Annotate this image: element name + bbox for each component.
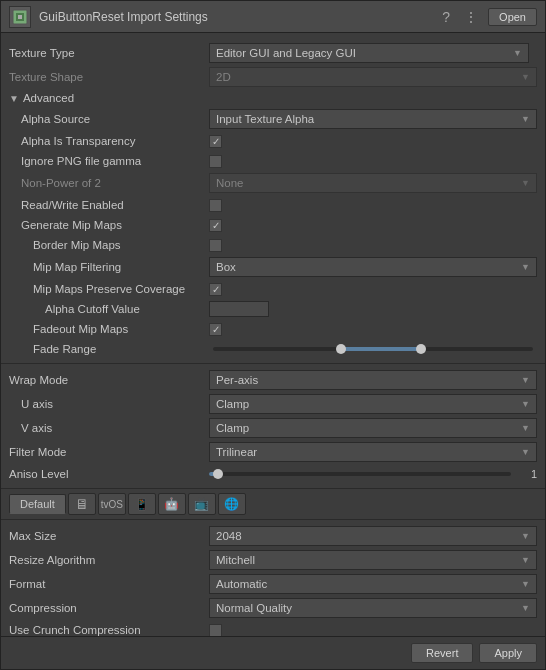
- import-settings-window: GuiButtonReset Import Settings ? ⋮ Open …: [0, 0, 546, 670]
- u-axis-label: U axis: [9, 398, 209, 410]
- alpha-source-dropdown[interactable]: Input Texture Alpha ▼: [209, 109, 537, 129]
- advanced-section-header[interactable]: ▼ Advanced: [1, 89, 545, 107]
- filter-mode-label: Filter Mode: [9, 446, 209, 458]
- bottom-bar: Revert Apply: [1, 636, 545, 669]
- crunch-row: Use Crunch Compression: [1, 620, 545, 636]
- content-area: Texture Type Editor GUI and Legacy GUI ▼…: [1, 33, 545, 636]
- title-right: ? ⋮ Open: [438, 7, 537, 27]
- format-dropdown[interactable]: Automatic ▼: [209, 574, 537, 594]
- max-size-dropdown[interactable]: 2048 ▼: [209, 526, 537, 546]
- border-mip-row: Border Mip Maps: [1, 235, 545, 255]
- alpha-transparency-row: Alpha Is Transparency: [1, 131, 545, 151]
- u-axis-row: U axis Clamp ▼: [1, 392, 545, 416]
- crunch-checkbox[interactable]: [209, 624, 222, 637]
- wrap-mode-label: Wrap Mode: [9, 374, 209, 386]
- u-axis-arrow: ▼: [521, 399, 530, 409]
- border-mip-checkbox[interactable]: [209, 239, 222, 252]
- tab-other1[interactable]: 📺: [188, 493, 216, 515]
- texture-shape-arrow: ▼: [521, 72, 530, 82]
- compression-label: Compression: [9, 602, 209, 614]
- max-size-row: Max Size 2048 ▼: [1, 524, 545, 548]
- read-write-row: Read/Write Enabled: [1, 195, 545, 215]
- resize-algo-row: Resize Algorithm Mitchell ▼: [1, 548, 545, 572]
- format-row: Format Automatic ▼: [1, 572, 545, 596]
- generate-mip-checkbox[interactable]: [209, 219, 222, 232]
- v-axis-arrow: ▼: [521, 423, 530, 433]
- fade-range-min-thumb[interactable]: [336, 344, 346, 354]
- texture-type-dropdown-wrap[interactable]: Editor GUI and Legacy GUI ▼: [209, 43, 537, 63]
- filter-mode-arrow: ▼: [521, 447, 530, 457]
- texture-shape-dropdown-wrap[interactable]: 2D ▼: [209, 67, 537, 87]
- compression-dropdown[interactable]: Normal Quality ▼: [209, 598, 537, 618]
- compression-arrow: ▼: [521, 603, 530, 613]
- fade-range-slider-wrap[interactable]: [209, 347, 537, 351]
- aniso-level-label: Aniso Level: [9, 468, 209, 480]
- v-axis-dropdown[interactable]: Clamp ▼: [209, 418, 537, 438]
- svg-rect-2: [18, 15, 22, 19]
- wrap-mode-dropdown[interactable]: Per-axis ▼: [209, 370, 537, 390]
- fade-range-track[interactable]: [213, 347, 533, 351]
- non-power-arrow: ▼: [521, 178, 530, 188]
- alpha-transparency-checkbox[interactable]: [209, 135, 222, 148]
- fade-range-max-thumb[interactable]: [416, 344, 426, 354]
- ignore-png-label: Ignore PNG file gamma: [9, 155, 209, 167]
- texture-shape-row: Texture Shape 2D ▼: [1, 65, 545, 89]
- ignore-png-checkbox[interactable]: [209, 155, 222, 168]
- aniso-slider-thumb[interactable]: [213, 469, 223, 479]
- fadeout-mip-row: Fadeout Mip Maps: [1, 319, 545, 339]
- ios-icon: 📱: [135, 498, 149, 511]
- platform-tabs: Default 🖥 tvOS 📱 🤖 📺 🌐: [1, 488, 545, 520]
- title-left: GuiButtonReset Import Settings: [9, 6, 208, 28]
- advanced-arrow: ▼: [9, 93, 19, 104]
- other2-icon: 🌐: [224, 497, 239, 511]
- generate-mip-row: Generate Mip Maps: [1, 215, 545, 235]
- mip-filter-dropdown[interactable]: Box ▼: [209, 257, 537, 277]
- read-write-checkbox[interactable]: [209, 199, 222, 212]
- aniso-level-row: Aniso Level 1: [1, 464, 545, 484]
- mip-coverage-row: Mip Maps Preserve Coverage: [1, 279, 545, 299]
- fadeout-mip-label: Fadeout Mip Maps: [9, 323, 209, 335]
- mip-coverage-checkbox[interactable]: [209, 283, 222, 296]
- alpha-source-row: Alpha Source Input Texture Alpha ▼: [1, 107, 545, 131]
- filter-mode-dropdown[interactable]: Trilinear ▼: [209, 442, 537, 462]
- alpha-transparency-label: Alpha Is Transparency: [9, 135, 209, 147]
- u-axis-dropdown[interactable]: Clamp ▼: [209, 394, 537, 414]
- macos-icon: 🖥: [75, 496, 89, 512]
- tab-macos[interactable]: 🖥: [68, 493, 96, 515]
- resize-algo-dropdown[interactable]: Mitchell ▼: [209, 550, 537, 570]
- non-power-dropdown[interactable]: None ▼: [209, 173, 537, 193]
- android-icon: 🤖: [164, 497, 179, 511]
- read-write-label: Read/Write Enabled: [9, 199, 209, 211]
- settings-icon[interactable]: ⋮: [460, 7, 482, 27]
- max-size-label: Max Size: [9, 530, 209, 542]
- mip-coverage-label: Mip Maps Preserve Coverage: [9, 283, 209, 295]
- resize-algo-label: Resize Algorithm: [9, 554, 209, 566]
- tab-other2[interactable]: 🌐: [218, 493, 246, 515]
- tab-tvos[interactable]: tvOS: [98, 493, 126, 515]
- texture-shape-dropdown[interactable]: 2D ▼: [209, 67, 537, 87]
- non-power-row: Non-Power of 2 None ▼: [1, 171, 545, 195]
- aniso-slider-track[interactable]: [209, 472, 511, 476]
- v-axis-row: V axis Clamp ▼: [1, 416, 545, 440]
- crunch-label: Use Crunch Compression: [9, 624, 209, 636]
- generate-mip-label: Generate Mip Maps: [9, 219, 209, 231]
- max-size-arrow: ▼: [521, 531, 530, 541]
- texture-shape-label: Texture Shape: [9, 71, 209, 83]
- revert-button[interactable]: Revert: [411, 643, 473, 663]
- tab-default[interactable]: Default: [9, 494, 66, 514]
- aniso-slider-container[interactable]: 1: [209, 468, 537, 480]
- help-icon[interactable]: ?: [438, 7, 454, 27]
- mip-filter-row: Mip Map Filtering Box ▼: [1, 255, 545, 279]
- tab-android[interactable]: 🤖: [158, 493, 186, 515]
- tab-ios[interactable]: 📱: [128, 493, 156, 515]
- alpha-cutoff-input[interactable]: 0.5: [209, 301, 269, 317]
- advanced-label: Advanced: [23, 92, 74, 104]
- texture-type-dropdown[interactable]: Editor GUI and Legacy GUI ▼: [209, 43, 529, 63]
- mip-filter-arrow: ▼: [521, 262, 530, 272]
- v-axis-label: V axis: [9, 422, 209, 434]
- fadeout-mip-checkbox[interactable]: [209, 323, 222, 336]
- wrap-mode-row: Wrap Mode Per-axis ▼: [1, 368, 545, 392]
- open-button[interactable]: Open: [488, 8, 537, 26]
- fade-range-label: Fade Range: [9, 343, 209, 355]
- apply-button[interactable]: Apply: [479, 643, 537, 663]
